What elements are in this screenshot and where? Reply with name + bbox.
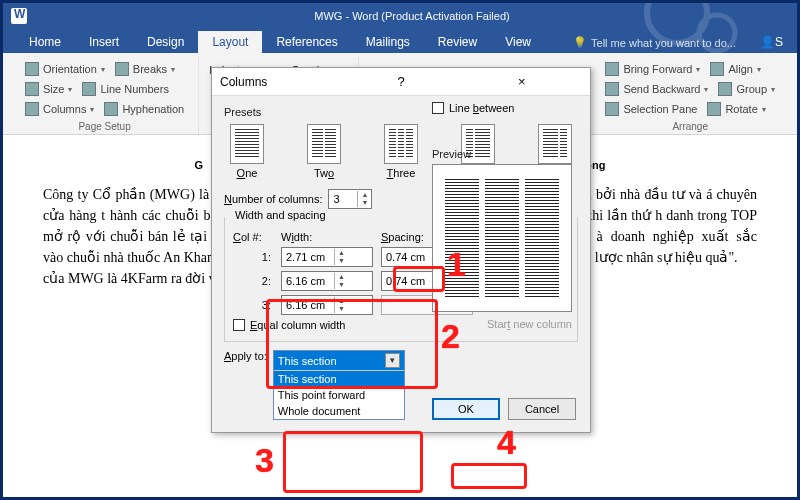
apply-to-value: This section [278, 355, 337, 367]
preset-two[interactable]: Two [307, 124, 341, 179]
col-header: Col #: [233, 231, 273, 243]
row2-label: 2: [233, 275, 273, 287]
apply-to-combo[interactable]: This section▾ This section This point fo… [273, 350, 405, 420]
ok-button[interactable]: OK [432, 398, 500, 420]
row1-label: 1: [233, 251, 273, 263]
apply-to-label: Apply to: [224, 350, 267, 362]
dialog-titlebar: Columns ? × [212, 68, 590, 96]
preset-one[interactable]: One [230, 124, 264, 179]
preset-three[interactable]: Three [384, 124, 418, 179]
cancel-button[interactable]: Cancel [508, 398, 576, 420]
apply-opt-section[interactable]: This section [274, 371, 404, 387]
width-header: Width: [281, 231, 373, 243]
apply-opt-forward[interactable]: This point forward [274, 387, 404, 403]
line-between-checkbox[interactable]: Line between [432, 102, 572, 114]
columns-dialog: Columns ? × Presets One Two Three Left R… [211, 67, 591, 433]
preview-label: Preview [432, 148, 572, 160]
preview-box [432, 164, 572, 312]
num-cols-input[interactable]: ▲▼ [328, 189, 372, 209]
row2-width[interactable]: ▲▼ [281, 271, 373, 291]
dialog-close-button[interactable]: × [461, 74, 582, 89]
width-spacing-label: Width and spacing [231, 209, 330, 221]
chevron-down-icon[interactable]: ▾ [385, 353, 400, 368]
dialog-title: Columns [220, 75, 341, 89]
row3-width[interactable]: ▲▼ [281, 295, 373, 315]
row3-label: 3: [233, 299, 273, 311]
dialog-help-button[interactable]: ? [341, 74, 462, 89]
apply-opt-whole[interactable]: Whole document [274, 403, 404, 419]
row1-width[interactable]: ▲▼ [281, 247, 373, 267]
start-new-column: Start new column [432, 318, 572, 330]
num-cols-label: Number of columns: [224, 193, 322, 205]
